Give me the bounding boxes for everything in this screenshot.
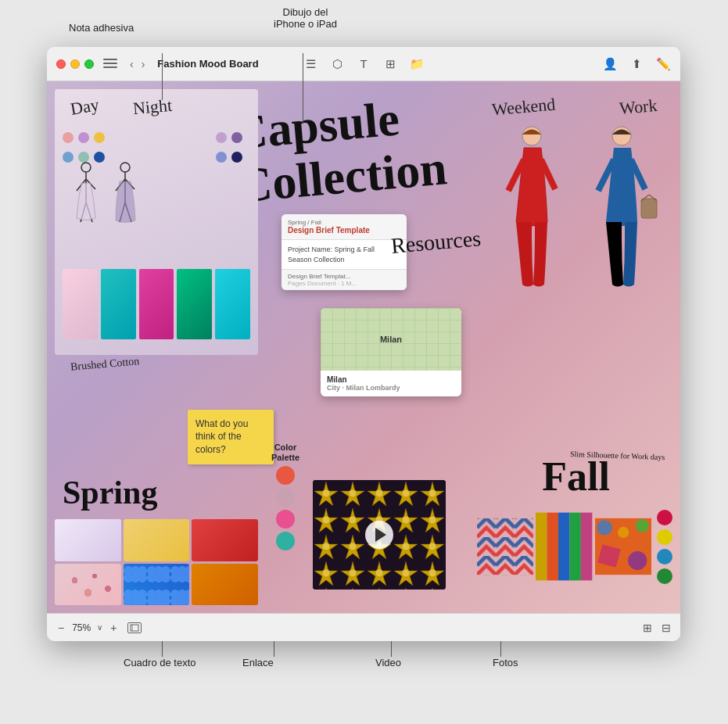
window-title: Fashion Mood Board — [157, 58, 258, 70]
video-line — [391, 641, 392, 657]
collaborate-icon[interactable]: 👤 — [602, 56, 618, 72]
brief-title: Design Brief Template — [288, 226, 400, 235]
brief-footer-sub: Pages Document · 1 M... — [288, 280, 400, 287]
right-color-1 — [657, 510, 672, 525]
right-swatches — [477, 504, 672, 590]
bottom-right-icons: ⊞ ⊟ — [643, 622, 671, 634]
canvas: CapsuleCollection Day Night — [47, 81, 680, 613]
map-city: Milan — [380, 335, 402, 344]
image-icon[interactable]: ⊞ — [382, 56, 398, 72]
play-triangle-icon — [375, 528, 386, 542]
minimize-button[interactable] — [70, 59, 80, 69]
svg-point-6 — [120, 163, 130, 172]
capsule-collection-text: CapsuleCollection — [231, 88, 449, 213]
titlebar-left: ‹ › Fashion Mood Board — [103, 56, 259, 72]
palette-color-1 — [276, 466, 295, 485]
svg-point-33 — [618, 527, 629, 538]
map-footer: Milan City · Milan Lombardy — [321, 371, 461, 396]
design-brief-card[interactable]: Spring / Fall Design Brief Template Proj… — [282, 214, 407, 290]
swatch-red — [192, 519, 258, 561]
map-subtitle: City · Milan Lombardy — [327, 384, 455, 392]
palette-color-2 — [276, 488, 295, 507]
svg-rect-27 — [547, 513, 558, 581]
color-palette-section: Color Palette — [262, 443, 309, 550]
brief-footer-title: Design Brief Templat... — [288, 273, 400, 280]
svg-point-36 — [628, 551, 647, 570]
toolbar-center: ☰ ⬡ T ⊞ 📁 — [303, 56, 425, 72]
play-button[interactable] — [365, 521, 393, 549]
fotos-line — [500, 641, 501, 657]
color-dot — [94, 132, 105, 143]
video-pattern — [313, 480, 446, 590]
color-dot — [216, 152, 227, 163]
brief-season: Spring / Fall — [288, 219, 400, 226]
grid-icon[interactable]: ⊟ — [662, 622, 671, 634]
titlebar: ‹ › Fashion Mood Board ☰ ⬡ T ⊞ 📁 👤 ⬆ ✏️ — [47, 47, 680, 81]
spring-text: Spring — [63, 474, 157, 511]
swatch-yellow — [124, 519, 190, 561]
svg-rect-22 — [641, 199, 657, 218]
swatch-blue-buttons — [124, 564, 190, 606]
more-icon[interactable]: ✏️ — [655, 56, 671, 72]
svg-point-32 — [597, 520, 611, 535]
swatch-pattern — [595, 504, 651, 590]
map-visual: Milan — [321, 308, 461, 371]
right-color-2 — [657, 529, 672, 545]
fall-text: Fall — [542, 453, 610, 500]
folder-icon[interactable]: 📁 — [409, 56, 425, 72]
enlace-line — [274, 641, 274, 657]
cuadro-line — [162, 641, 163, 657]
palette-color-4 — [276, 532, 295, 550]
titlebar-right: 👤 ⬆ ✏️ — [602, 56, 671, 72]
weekend-label: Weekend — [491, 95, 556, 120]
palette-color-3 — [276, 510, 295, 529]
day-label: Day — [69, 95, 101, 120]
map-city-label: Milan — [327, 375, 455, 384]
swatch-orange — [192, 564, 258, 606]
zoom-value: 75% — [72, 622, 91, 633]
svg-rect-25 — [477, 518, 533, 575]
svg-point-0 — [81, 163, 91, 172]
swatch-chevron — [477, 504, 533, 590]
fit-icon[interactable]: ⊞ — [643, 622, 652, 634]
zoom-dropdown-arrow[interactable]: ∨ — [97, 623, 102, 632]
svg-rect-37 — [131, 625, 138, 631]
svg-rect-28 — [558, 513, 569, 581]
text-icon[interactable]: ☰ — [303, 56, 318, 72]
video-tile[interactable] — [313, 480, 446, 590]
nav-arrows: ‹ › — [127, 56, 148, 72]
main-window: ‹ › Fashion Mood Board ☰ ⬡ T ⊞ 📁 👤 ⬆ ✏️ … — [47, 47, 680, 641]
forward-arrow: › — [138, 56, 149, 72]
back-arrow[interactable]: ‹ — [127, 56, 137, 72]
right-color-4 — [657, 568, 672, 584]
enlace-label: Enlace — [242, 657, 274, 668]
sticky-note[interactable]: What do you think of the colors? — [188, 410, 274, 464]
color-dot — [216, 132, 227, 143]
sticky-note-text: What do you think of the colors? — [195, 418, 248, 456]
zoom-in-button[interactable]: + — [109, 622, 118, 634]
textbox-icon[interactable]: T — [356, 56, 371, 72]
video-label: Video — [375, 657, 401, 668]
svg-point-34 — [635, 519, 648, 532]
nota-adhesiva-label: Nota adhesiva — [69, 22, 134, 34]
sidebar-toggle-icon[interactable] — [103, 59, 117, 70]
right-fashion-figures — [477, 120, 672, 324]
close-button[interactable] — [56, 59, 66, 69]
color-dot — [231, 152, 242, 163]
bottom-toolbar: − 75% ∨ + ⊞ ⊟ — [47, 613, 680, 641]
left-figure-sketch — [70, 159, 149, 253]
right-color-3 — [657, 549, 672, 565]
map-card[interactable]: Milan Milan City · Milan Lombardy — [321, 308, 461, 396]
zoom-out-button[interactable]: − — [56, 622, 66, 634]
night-label: Night — [132, 95, 173, 119]
shapes-icon[interactable]: ⬡ — [329, 56, 345, 72]
share-icon[interactable]: ⬆ — [629, 56, 644, 72]
palette-label: Color Palette — [262, 443, 309, 463]
brief-header: Spring / Fall Design Brief Template — [282, 214, 407, 240]
color-dot — [231, 132, 242, 143]
fit-page-icon[interactable] — [127, 622, 142, 633]
maximize-button[interactable] — [84, 59, 94, 69]
svg-rect-30 — [581, 513, 592, 581]
color-dot — [78, 132, 89, 143]
work-label: Work — [619, 95, 658, 119]
